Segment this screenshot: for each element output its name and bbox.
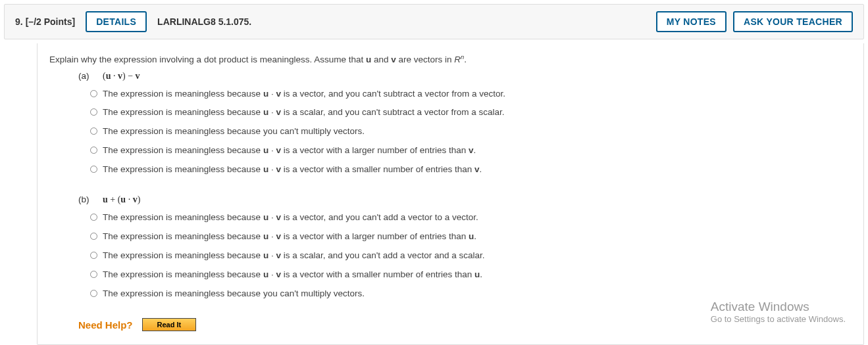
option-text: The expression is meaningless because u … bbox=[103, 269, 482, 281]
option-text: The expression is meaningless because u … bbox=[103, 88, 505, 101]
radio-icon[interactable] bbox=[90, 271, 97, 278]
my-notes-button[interactable]: MY NOTES bbox=[656, 11, 727, 32]
radio-icon[interactable] bbox=[90, 290, 97, 297]
option-text: The expression is meaningless because u … bbox=[103, 145, 476, 157]
radio-icon[interactable] bbox=[90, 90, 97, 97]
option-row[interactable]: The expression is meaningless because u … bbox=[90, 269, 852, 281]
prompt-post2: . bbox=[464, 55, 467, 64]
watermark-line2: Go to Settings to activate Windows. bbox=[711, 314, 846, 324]
part-header: (b) u + (u · v) bbox=[78, 195, 852, 205]
option-row[interactable]: The expression is meaningless because u … bbox=[90, 250, 852, 262]
option-text: The expression is meaningless because u … bbox=[103, 106, 504, 119]
header-left: 9. [–/2 Points] DETAILS LARLINALG8 5.1.0… bbox=[15, 11, 251, 32]
option-row[interactable]: The expression is meaningless because yo… bbox=[90, 288, 852, 300]
option-row[interactable]: The expression is meaningless because u … bbox=[90, 212, 852, 224]
option-text: The expression is meaningless because u … bbox=[103, 164, 482, 176]
question-part: (b) u + (u · v)The expression is meaning… bbox=[78, 195, 852, 300]
header-right: MY NOTES ASK YOUR TEACHER bbox=[656, 11, 853, 32]
part-expression: (u · v) − v bbox=[98, 71, 140, 81]
part-expression: u + (u · v) bbox=[98, 195, 140, 204]
qnum-text: 9. bbox=[15, 16, 23, 27]
part-label: (a) bbox=[78, 71, 98, 81]
question-part: (a) (u · v) − vThe expression is meaning… bbox=[78, 71, 852, 176]
prompt-space-base: R bbox=[454, 55, 461, 64]
option-text: The expression is meaningless because yo… bbox=[103, 126, 365, 138]
options-list: The expression is meaningless because u … bbox=[78, 88, 852, 176]
option-row[interactable]: The expression is meaningless because u … bbox=[90, 88, 852, 101]
radio-icon[interactable] bbox=[90, 166, 97, 173]
option-text: The expression is meaningless because yo… bbox=[103, 288, 365, 300]
question-prompt: Explain why the expression involving a d… bbox=[49, 53, 852, 64]
prompt-mid: and bbox=[371, 55, 391, 64]
read-it-button[interactable]: Read It bbox=[142, 318, 197, 331]
watermark-line1: Activate Windows bbox=[711, 300, 846, 314]
option-text: The expression is meaningless because u … bbox=[103, 250, 484, 262]
prompt-post1: are vectors in bbox=[396, 55, 455, 64]
radio-icon[interactable] bbox=[90, 147, 97, 154]
prompt-v: v bbox=[391, 55, 396, 64]
part-header: (a) (u · v) − v bbox=[78, 71, 852, 81]
question-number: 9. [–/2 Points] bbox=[15, 16, 75, 27]
prompt-pre: Explain why the expression involving a d… bbox=[49, 55, 366, 64]
radio-icon[interactable] bbox=[90, 214, 97, 221]
option-row[interactable]: The expression is meaningless because u … bbox=[90, 164, 852, 176]
radio-icon[interactable] bbox=[90, 252, 97, 259]
question-header: 9. [–/2 Points] DETAILS LARLINALG8 5.1.0… bbox=[4, 4, 864, 39]
options-list: The expression is meaningless because u … bbox=[78, 212, 852, 300]
book-ref: LARLINALG8 5.1.075. bbox=[157, 16, 251, 27]
points-text: [–/2 Points] bbox=[26, 16, 75, 27]
option-row[interactable]: The expression is meaningless because u … bbox=[90, 231, 852, 243]
option-row[interactable]: The expression is meaningless because yo… bbox=[90, 126, 852, 138]
radio-icon[interactable] bbox=[90, 108, 97, 116]
option-text: The expression is meaningless because u … bbox=[103, 212, 478, 224]
ask-teacher-button[interactable]: ASK YOUR TEACHER bbox=[733, 11, 853, 32]
radio-icon[interactable] bbox=[90, 233, 97, 240]
option-row[interactable]: The expression is meaningless because u … bbox=[90, 106, 852, 119]
option-row[interactable]: The expression is meaningless because u … bbox=[90, 145, 852, 157]
option-text: The expression is meaningless because u … bbox=[103, 231, 476, 243]
part-label: (b) bbox=[78, 195, 98, 204]
need-help-label: Need Help? bbox=[78, 319, 133, 331]
radio-icon[interactable] bbox=[90, 127, 97, 135]
windows-activation-watermark: Activate Windows Go to Settings to activ… bbox=[711, 300, 846, 324]
details-button[interactable]: DETAILS bbox=[86, 11, 147, 32]
